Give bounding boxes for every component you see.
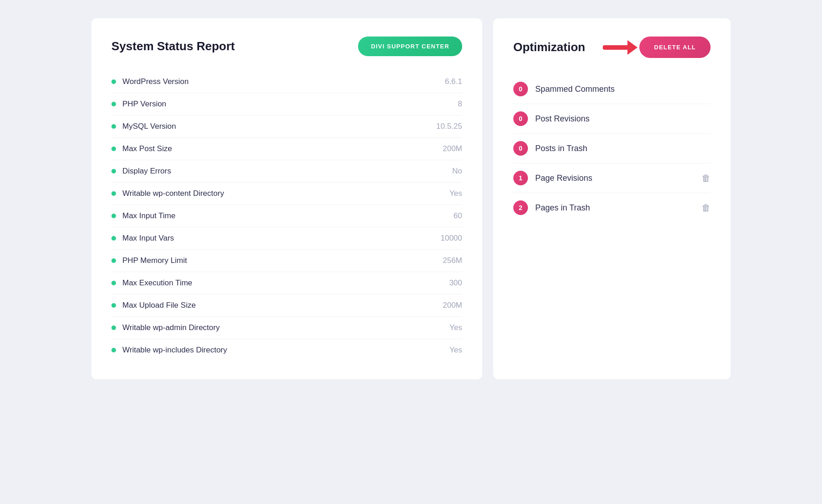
system-status-panel: System Status Report DIVI SUPPORT CENTER… [91,18,482,379]
status-dot [111,258,116,263]
opt-item: 1 Page Revisions 🗑 [513,163,711,193]
status-value: 200M [443,301,462,310]
status-label: Writable wp-includes Directory [122,346,227,355]
status-value: 200M [443,144,462,153]
arrow-right-icon [603,37,639,58]
status-label: Max Upload File Size [122,301,196,310]
status-label: PHP Memory Limit [122,256,187,265]
status-item: Writable wp-content Directory Yes [111,183,462,205]
opt-badge: 0 [513,111,528,126]
status-label: PHP Version [122,100,166,109]
status-label: Display Errors [122,167,171,176]
status-value: 256M [443,256,462,265]
status-label: Writable wp-admin Directory [122,323,220,332]
opt-badge: 0 [513,82,528,96]
status-value: Yes [449,189,462,198]
status-item: Max Post Size 200M [111,138,462,160]
status-label-wrap: Writable wp-content Directory [111,189,224,198]
status-item: Writable wp-includes Directory Yes [111,339,462,361]
trash-icon[interactable]: 🗑 [701,173,711,184]
status-value: No [452,167,462,176]
status-label: Max Post Size [122,144,172,153]
opt-badge: 1 [513,171,528,185]
status-label-wrap: PHP Memory Limit [111,256,187,265]
opt-item: 0 Posts in Trash [513,134,711,163]
status-value: 60 [453,211,462,220]
status-label-wrap: WordPress Version [111,77,189,86]
status-label: Max Input Vars [122,234,174,243]
status-dot [111,281,116,285]
optimization-panel: Optimization DELETE ALL 0 Spammed Commen… [493,18,731,379]
status-label-wrap: PHP Version [111,100,166,109]
status-label-wrap: Max Input Time [111,211,175,220]
status-label-wrap: Max Execution Time [111,278,192,288]
status-dot [111,147,116,151]
system-panel-header: System Status Report DIVI SUPPORT CENTER [111,37,462,56]
svg-marker-0 [627,40,638,55]
opt-badge: 2 [513,200,528,215]
opt-label: Spammed Comments [535,84,711,94]
status-item: Display Errors No [111,160,462,183]
opt-badge: 0 [513,141,528,156]
status-item: Max Input Vars 10000 [111,227,462,250]
status-dot [111,79,116,84]
status-label-wrap: Max Upload File Size [111,301,196,310]
status-value: 6.6.1 [445,77,462,86]
status-value: 10.5.25 [436,122,462,131]
status-label-wrap: Writable wp-includes Directory [111,346,227,355]
status-dot [111,124,116,129]
status-label: WordPress Version [122,77,189,86]
optimization-list: 0 Spammed Comments 0 Post Revisions 0 Po… [513,74,711,222]
status-value: Yes [449,346,462,355]
status-value: 8 [458,100,462,109]
status-label: MySQL Version [122,122,176,131]
status-item: PHP Memory Limit 256M [111,250,462,272]
trash-icon[interactable]: 🗑 [701,203,711,213]
status-label-wrap: Max Post Size [111,144,172,153]
divi-support-center-button[interactable]: DIVI SUPPORT CENTER [358,37,462,56]
status-label-wrap: Display Errors [111,167,171,176]
opt-item: 0 Spammed Comments [513,74,711,104]
status-item: Writable wp-admin Directory Yes [111,317,462,339]
delete-all-button[interactable]: DELETE ALL [639,37,711,58]
status-label: Max Execution Time [122,278,192,288]
status-value: Yes [449,323,462,332]
status-list: WordPress Version 6.6.1 PHP Version 8 My… [111,71,462,361]
system-panel-title: System Status Report [111,39,235,53]
status-dot [111,102,116,106]
status-dot [111,214,116,218]
opt-item: 2 Pages in Trash 🗑 [513,193,711,222]
opt-label: Page Revisions [535,173,694,183]
status-label-wrap: MySQL Version [111,122,176,131]
status-dot [111,236,116,241]
status-item: PHP Version 8 [111,93,462,116]
optimization-panel-header: Optimization DELETE ALL [513,37,711,58]
status-dot [111,169,116,173]
opt-item: 0 Post Revisions [513,104,711,134]
optimization-panel-title: Optimization [513,40,585,54]
status-label: Writable wp-content Directory [122,189,224,198]
status-dot [111,326,116,330]
status-dot [111,191,116,196]
opt-label: Pages in Trash [535,203,694,213]
status-value: 10000 [441,234,462,243]
status-item: Max Upload File Size 200M [111,294,462,317]
opt-label: Posts in Trash [535,144,711,153]
status-dot [111,348,116,352]
status-label-wrap: Writable wp-admin Directory [111,323,220,332]
status-label: Max Input Time [122,211,175,220]
status-item: MySQL Version 10.5.25 [111,116,462,138]
status-item: Max Input Time 60 [111,205,462,227]
status-item: WordPress Version 6.6.1 [111,71,462,93]
status-dot [111,303,116,308]
status-value: 300 [449,278,462,288]
main-container: System Status Report DIVI SUPPORT CENTER… [91,18,731,379]
opt-label: Post Revisions [535,114,711,124]
status-item: Max Execution Time 300 [111,272,462,294]
status-label-wrap: Max Input Vars [111,234,174,243]
